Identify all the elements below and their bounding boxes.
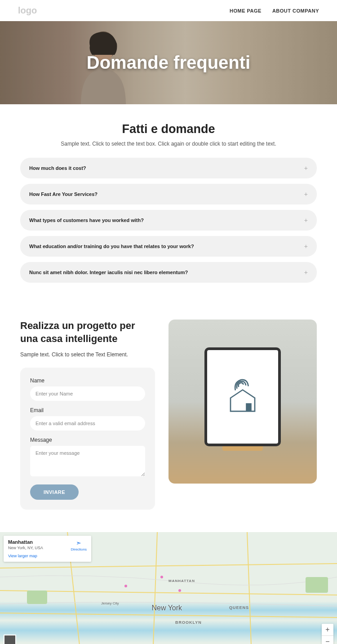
header: logo HOME PAGE ABOUT COMPANY <box>0 0 337 21</box>
logo[interactable]: logo <box>18 5 37 16</box>
plus-icon: + <box>304 217 308 224</box>
faq-item[interactable]: What education and/or training do you ha… <box>20 236 317 257</box>
map-label-manhattan: MANHATTAN <box>168 579 195 583</box>
smart-home-icon <box>222 376 263 418</box>
zoom-out-button[interactable]: − <box>322 635 333 644</box>
faq-question: What education and/or training do you ha… <box>29 244 194 249</box>
map-label-brooklyn: BROOKLYN <box>175 620 202 625</box>
submit-button[interactable]: INVIARE <box>30 484 79 500</box>
faq-heading: Fatti e domande <box>20 122 317 136</box>
project-title: Realizza un progetto per una casa intell… <box>20 320 155 345</box>
project-subtitle: Sample text. Click to select the Text El… <box>20 351 155 358</box>
faq-item[interactable]: Nunc sit amet nibh dolor. Integer iaculi… <box>20 262 317 283</box>
nav: HOME PAGE ABOUT COMPANY <box>230 8 319 13</box>
project-section: Realizza un progetto per una casa intell… <box>0 311 337 532</box>
email-label: Email <box>30 407 145 413</box>
svg-point-5 <box>160 576 163 578</box>
hero-title: Domande frequenti <box>87 53 250 73</box>
faq-question: What types of customers have you worked … <box>29 218 144 223</box>
map-directions-button[interactable]: ➣ Directions <box>71 539 87 551</box>
name-label: Name <box>30 378 145 384</box>
faq-item[interactable]: What types of customers have you worked … <box>20 210 317 231</box>
faq-question: How much does it cost? <box>29 165 86 171</box>
faq-question: How Fast Are Your Services? <box>29 191 98 197</box>
svg-point-4 <box>178 589 181 592</box>
plus-icon: + <box>304 269 308 276</box>
contact-form: Name Email Message INVIARE <box>20 368 155 510</box>
plus-icon: + <box>304 191 308 198</box>
map[interactable]: New York BROOKLYN QUEENS MANHATTAN Jerse… <box>0 532 337 644</box>
svg-rect-6 <box>27 591 47 604</box>
directions-icon: ➣ <box>71 539 87 546</box>
zoom-in-button[interactable]: + <box>322 624 333 635</box>
message-input[interactable] <box>30 446 145 476</box>
message-label: Message <box>30 437 145 443</box>
directions-label: Directions <box>71 547 87 551</box>
tablet-device <box>204 347 281 446</box>
plus-icon: + <box>304 164 308 172</box>
svg-rect-2 <box>246 403 252 411</box>
map-label-newyork: New York <box>152 604 182 612</box>
map-label-jerseycity: Jersey City <box>101 601 119 605</box>
map-satellite-toggle[interactable] <box>4 635 16 644</box>
faq-item[interactable]: How much does it cost? + <box>20 158 317 178</box>
nav-home[interactable]: HOME PAGE <box>230 8 262 13</box>
view-larger-map-link[interactable]: View larger map <box>8 554 87 558</box>
nav-about[interactable]: ABOUT COMPANY <box>272 8 319 13</box>
project-left: Realizza un progetto per una casa intell… <box>20 320 155 510</box>
project-image <box>168 320 317 484</box>
faq-item[interactable]: How Fast Are Your Services? + <box>20 184 317 204</box>
map-info-card: Manhattan New York, NY, USA ➣ Directions… <box>4 536 91 562</box>
hero: Domande frequenti <box>0 21 337 104</box>
email-input[interactable] <box>30 416 145 431</box>
faq-section: Fatti e domande Sample text. Click to se… <box>0 104 337 311</box>
plus-icon: + <box>304 243 308 250</box>
name-input[interactable] <box>30 386 145 401</box>
svg-point-3 <box>124 585 127 587</box>
map-zoom-controls: + − <box>322 624 333 644</box>
map-label-queens: QUEENS <box>229 605 249 610</box>
faq-question: Nunc sit amet nibh dolor. Integer iaculi… <box>29 270 188 275</box>
faq-subtitle: Sample text. Click to select the text bo… <box>20 141 317 147</box>
svg-rect-7 <box>306 577 328 593</box>
